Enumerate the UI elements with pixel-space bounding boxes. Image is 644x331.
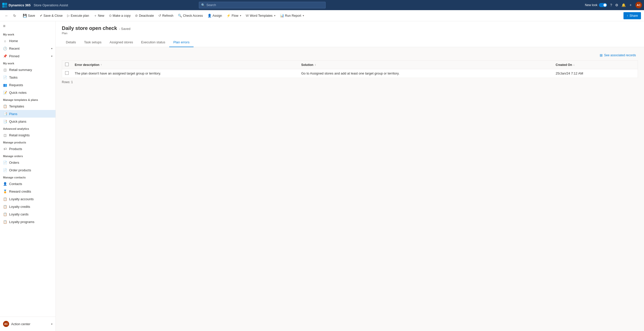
avatar[interactable]: AC <box>635 2 642 8</box>
sidebar-item-requests[interactable]: 👥 Requests <box>0 81 55 89</box>
tab-task-setups[interactable]: Task setups <box>80 38 106 47</box>
sidebar-item-order-products[interactable]: 📄 Order products <box>0 166 55 174</box>
new-look-label: New look <box>585 3 597 7</box>
action-center-avatar: AC <box>3 321 9 327</box>
tabs-bar: Details Task setups Assigned stores Exec… <box>62 38 638 47</box>
word-templates-dropdown-arrow: ▾ <box>274 14 275 17</box>
sidebar-item-retail-insights[interactable]: ◫ Retail insights <box>0 131 55 139</box>
help-icon[interactable]: ? <box>610 3 612 7</box>
sidebar-item-orders-label: Orders <box>9 161 19 164</box>
manage-section-label: My work <box>0 60 55 66</box>
sidebar-item-home[interactable]: ⌂ Home <box>0 37 55 45</box>
advanced-analytics-label: Advanced analytics <box>0 125 55 131</box>
sidebar-item-requests-label: Requests <box>9 83 23 87</box>
search-input[interactable] <box>206 3 323 7</box>
notifications-icon[interactable]: 🔔 <box>621 3 626 7</box>
sidebar-item-quick-notes[interactable]: 📝 Quick notes <box>0 89 55 96</box>
new-icon: ＋ <box>94 13 97 18</box>
sidebar-item-pinned[interactable]: 📌 Pinned ▾ <box>0 52 55 60</box>
execute-plan-button[interactable]: ▷ Execute plan <box>65 12 91 20</box>
manage-orders-label: Manage orders <box>0 153 55 159</box>
sidebar-item-reward-credits[interactable]: 🏅 Reward credits <box>0 188 55 195</box>
sidebar-item-loyalty-credits[interactable]: 📋 Loyalty credits <box>0 203 55 210</box>
copy-icon: ⊙ <box>109 14 112 17</box>
header-select-all[interactable] <box>62 61 72 69</box>
sidebar-bottom: AC Action center ▾ <box>0 317 55 331</box>
loyalty-credits-icon: 📋 <box>3 205 7 209</box>
sidebar-item-loyalty-accounts[interactable]: 📋 Loyalty accounts <box>0 195 55 203</box>
plan-errors-container: ⊞ See associated records Error descripti… <box>56 47 644 89</box>
top-navigation: Dynamics 365 Store Operations Assist 🔍 N… <box>0 0 644 10</box>
sidebar-item-products[interactable]: 🏷 Products <box>0 145 55 153</box>
flow-button[interactable]: ⚡ Flow ▾ <box>224 12 243 20</box>
assign-button[interactable]: 👤 Assign <box>205 12 224 20</box>
back-button[interactable]: ← <box>3 12 10 19</box>
see-associated-records-button[interactable]: ⊞ See associated records <box>598 52 638 58</box>
save-button[interactable]: 💾 Save <box>21 12 37 20</box>
brand-label: Dynamics 365 <box>9 3 31 7</box>
run-report-dropdown-arrow: ▾ <box>303 14 304 17</box>
tab-assigned-stores[interactable]: Assigned stores <box>105 38 137 47</box>
orders-icon: 📄 <box>3 160 7 164</box>
order-products-icon: 📄 <box>3 168 7 172</box>
sidebar-item-plans-label: Plans <box>9 112 17 116</box>
table-icon: ⊞ <box>600 53 603 57</box>
row-checkbox[interactable] <box>65 71 69 75</box>
action-center-item[interactable]: AC Action center ▾ <box>0 319 55 329</box>
sidebar-item-retail-summary[interactable]: ◫ Retail summary <box>0 66 55 73</box>
global-search-box[interactable]: 🔍 <box>199 2 326 8</box>
deactivate-button[interactable]: ⊘ Deactivate <box>133 12 156 20</box>
tab-execution-status[interactable]: Execution status <box>137 38 169 47</box>
sidebar-item-orders[interactable]: 📄 Orders <box>0 159 55 166</box>
sidebar-item-quick-plans[interactable]: 📑 Quick plans <box>0 118 55 125</box>
assign-icon: 👤 <box>207 14 212 17</box>
sidebar-item-contacts[interactable]: 👤 Contacts <box>0 180 55 188</box>
header-created-on[interactable]: Created On ↓ <box>553 61 638 69</box>
table-row: The plan doesn't have an assigned target… <box>62 69 638 78</box>
sidebar-item-retail-summary-label: Retail summary <box>9 68 32 72</box>
sidebar-item-recent[interactable]: 🕐 Recent ▾ <box>0 45 55 52</box>
pinned-icon: 📌 <box>3 54 7 58</box>
sidebar-item-loyalty-programs[interactable]: 📋 Loyalty programs <box>0 218 55 226</box>
sidebar-item-tasks[interactable]: 📄 Tasks <box>0 73 55 81</box>
svg-rect-2 <box>2 5 5 8</box>
settings-icon[interactable]: ⚙ <box>615 3 618 7</box>
breadcrumb: Plan <box>62 32 638 35</box>
app-name-label: Store Operations Assist <box>34 3 68 7</box>
sidebar-hamburger-button[interactable]: ≡ <box>0 21 55 31</box>
sidebar-item-plans[interactable]: 📑 Plans <box>0 110 55 118</box>
word-templates-button[interactable]: W Word Templates ▾ <box>244 12 277 20</box>
refresh-button[interactable]: ↺ Refresh <box>156 12 175 20</box>
select-all-checkbox[interactable] <box>65 63 69 66</box>
plan-errors-table: Error description ↑ Solution ↕ <box>62 60 638 78</box>
sidebar-item-templates[interactable]: 📋 Templates <box>0 102 55 110</box>
save-close-button[interactable]: ✔ Save & Close <box>38 12 65 20</box>
run-report-icon: 📊 <box>280 14 284 17</box>
new-look-toggle-switch[interactable] <box>599 3 607 7</box>
flow-icon: ⚡ <box>226 14 231 17</box>
loyalty-programs-icon: 📋 <box>3 220 7 224</box>
run-report-button[interactable]: 📊 Run Report ▾ <box>278 12 306 20</box>
tab-plan-errors[interactable]: Plan errors <box>169 38 194 47</box>
header-error-description[interactable]: Error description ↑ <box>72 61 298 69</box>
recent-expand-icon: ▾ <box>51 47 52 50</box>
reward-credits-icon: 🏅 <box>3 189 7 193</box>
app-logo[interactable]: Dynamics 365 <box>2 3 31 8</box>
sidebar-item-tasks-label: Tasks <box>9 76 17 79</box>
manage-contacts-label: Manage contacts <box>0 174 55 180</box>
recent-icon: 🕐 <box>3 46 7 50</box>
forward-button[interactable]: ↻ <box>11 12 18 19</box>
header-solution[interactable]: Solution ↕ <box>298 61 553 69</box>
add-icon[interactable]: ＋ <box>629 3 632 7</box>
loyalty-cards-icon: 📋 <box>3 212 7 216</box>
sidebar-item-loyalty-cards[interactable]: 📋 Loyalty cards <box>0 210 55 218</box>
row-checkbox-cell[interactable] <box>62 69 72 78</box>
check-access-button[interactable]: 🔍 Check Access <box>176 12 205 20</box>
new-button[interactable]: ＋ New <box>92 12 106 20</box>
make-copy-button[interactable]: ⊙ Make a copy <box>107 12 133 20</box>
tab-details[interactable]: Details <box>62 38 80 47</box>
share-button[interactable]: ↑ Share <box>623 12 641 19</box>
row-error-description: The plan doesn't have an assigned target… <box>72 69 298 78</box>
plans-icon: 📑 <box>3 112 7 116</box>
svg-rect-1 <box>5 3 7 5</box>
